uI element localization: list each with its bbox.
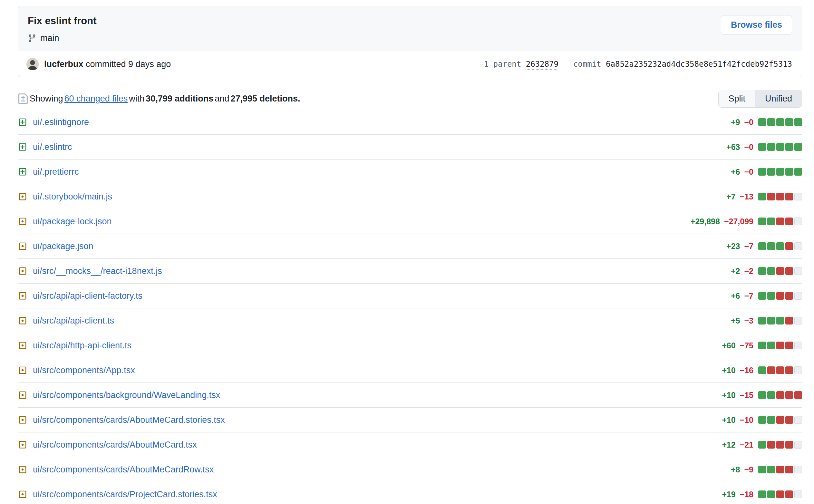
file-link[interactable]: ui/src/components/cards/AboutMeCard.tsx — [33, 440, 197, 450]
author-name[interactable]: lucferbux — [44, 59, 83, 69]
and-text: and — [215, 94, 229, 104]
diffstat-block — [776, 292, 784, 300]
diffstat-block — [794, 317, 802, 325]
diff-modified-icon — [18, 292, 27, 300]
file-link[interactable]: ui/src/components/cards/AboutMeCardRow.t… — [33, 465, 214, 475]
diff-added-icon — [18, 118, 27, 126]
diffstat-block — [776, 193, 784, 200]
file-link[interactable]: ui/package.json — [33, 241, 93, 251]
diff-modified-icon — [18, 416, 27, 424]
diffstat-blocks — [758, 267, 802, 275]
diffstat-blocks — [758, 143, 802, 151]
browse-files-button[interactable]: Browse files — [721, 15, 792, 35]
diffstat-block — [794, 118, 802, 126]
deletions-count: −13 — [740, 192, 753, 201]
diffstat: +19−18 — [722, 490, 802, 499]
file-link[interactable]: ui/src/__mocks__/react-i18next.js — [33, 266, 162, 276]
file-row: ui/src/api/api-client-factory.ts+6−7 — [18, 284, 802, 308]
diff-summary: Showing 60 changed files with 30,799 add… — [18, 93, 300, 104]
file-link[interactable]: ui/.storybook/main.js — [33, 192, 112, 202]
deletions-count: −27,099 — [724, 217, 753, 226]
file-row: ui/src/components/background/WaveLanding… — [18, 383, 802, 408]
file-link[interactable]: ui/src/components/cards/ProjectCard.stor… — [33, 489, 217, 499]
diffstat-block — [785, 466, 793, 473]
diffstat-block — [785, 242, 793, 250]
changed-files-link[interactable]: 60 changed files — [64, 94, 128, 104]
diffstat-block — [794, 168, 802, 176]
parent-group: 1 parent 2632879 — [484, 60, 558, 69]
diffstat-block — [758, 391, 766, 399]
diffstat: +12−21 — [722, 440, 802, 450]
diffstat-blocks — [758, 490, 802, 498]
diffstat-block — [767, 441, 775, 449]
deletions-count: −9 — [744, 465, 753, 474]
diffstat-block — [794, 218, 802, 225]
file-link[interactable]: ui/src/api/api-client.ts — [33, 316, 114, 326]
additions-total: 30,799 additions — [146, 94, 213, 104]
additions-count: +7 — [726, 192, 736, 201]
diffstat-block — [767, 490, 775, 498]
diffstat-block — [785, 391, 793, 399]
parent-sha-link[interactable]: 2632879 — [526, 60, 558, 69]
diffstat-block — [785, 366, 793, 374]
file-link[interactable]: ui/.eslintrc — [33, 142, 72, 152]
diffstat-block — [776, 267, 784, 275]
diffstat-block — [794, 416, 802, 424]
file-link[interactable]: ui/src/components/App.tsx — [33, 365, 135, 375]
diffstat-blocks — [758, 118, 802, 126]
diffstat-block — [785, 441, 793, 449]
diffstat-block — [794, 143, 802, 151]
diffstat-block — [767, 366, 775, 374]
commit-title: Fix eslint front — [28, 15, 792, 27]
diffstat-block — [785, 342, 793, 349]
diffstat-block — [776, 441, 784, 449]
diffstat-blocks — [758, 193, 802, 200]
file-row: ui/src/components/cards/AboutMeCardRow.t… — [18, 457, 802, 482]
additions-count: +8 — [731, 465, 740, 474]
file-link[interactable]: ui/.eslintignore — [33, 117, 89, 127]
file-row: ui/src/components/cards/AboutMeCard.stor… — [18, 408, 802, 432]
diffstat-block — [758, 342, 766, 349]
file-link[interactable]: ui/src/api/http-api-client.ts — [33, 341, 131, 351]
split-view-button[interactable]: Split — [719, 90, 755, 107]
file-row: ui/src/api/api-client.ts+5−3 — [18, 308, 802, 333]
diff-added-icon — [18, 143, 27, 151]
file-row: ui/.prettierrc+6−0 — [18, 160, 802, 184]
diffstat: +5−3 — [731, 316, 802, 325]
additions-count: +10 — [722, 391, 735, 400]
diffstat-block — [785, 490, 793, 498]
diff-toolbar: Showing 60 changed files with 30,799 add… — [18, 90, 802, 108]
file-row: ui/.eslintignore+9−0 — [18, 110, 802, 135]
additions-count: +2 — [731, 267, 740, 276]
file-link[interactable]: ui/src/components/cards/AboutMeCard.stor… — [33, 415, 225, 425]
diffstat-block — [758, 118, 766, 126]
diffstat-block — [785, 193, 793, 200]
file-row: ui/package.json+23−7 — [18, 234, 802, 259]
deletions-count: −75 — [740, 341, 753, 350]
diffstat-block — [794, 267, 802, 275]
commit-header-top: Fix eslint front main Browse files — [18, 6, 802, 51]
diffstat-block — [776, 416, 784, 424]
file-link[interactable]: ui/src/components/background/WaveLanding… — [33, 390, 220, 400]
diffstat-block — [767, 267, 775, 275]
deletions-count: −21 — [740, 440, 753, 450]
diffstat-blocks — [758, 441, 802, 449]
file-link[interactable]: ui/.prettierrc — [33, 167, 79, 177]
commit-group: commit 6a852a235232ad4dc358e8e51f42fcdeb… — [573, 60, 792, 69]
file-link[interactable]: ui/package-lock.json — [33, 217, 112, 227]
commit-sha: 6a852a235232ad4dc358e8e51f42fcdeb92f5313 — [606, 60, 792, 69]
diffstat-block — [794, 342, 802, 349]
diffstat-block — [767, 292, 775, 300]
deletions-count: −7 — [744, 242, 753, 251]
diffstat-blocks — [758, 466, 802, 473]
diff-added-icon — [18, 168, 27, 176]
avatar[interactable] — [26, 58, 39, 70]
diffstat-block — [767, 317, 775, 325]
diffstat-block — [758, 168, 766, 176]
branch-name[interactable]: main — [40, 33, 59, 43]
unified-view-button[interactable]: Unified — [755, 90, 802, 107]
diffstat: +23−7 — [726, 242, 802, 251]
diffstat-block — [758, 441, 766, 449]
file-link[interactable]: ui/src/api/api-client-factory.ts — [33, 291, 142, 301]
diffstat-block — [767, 193, 775, 200]
